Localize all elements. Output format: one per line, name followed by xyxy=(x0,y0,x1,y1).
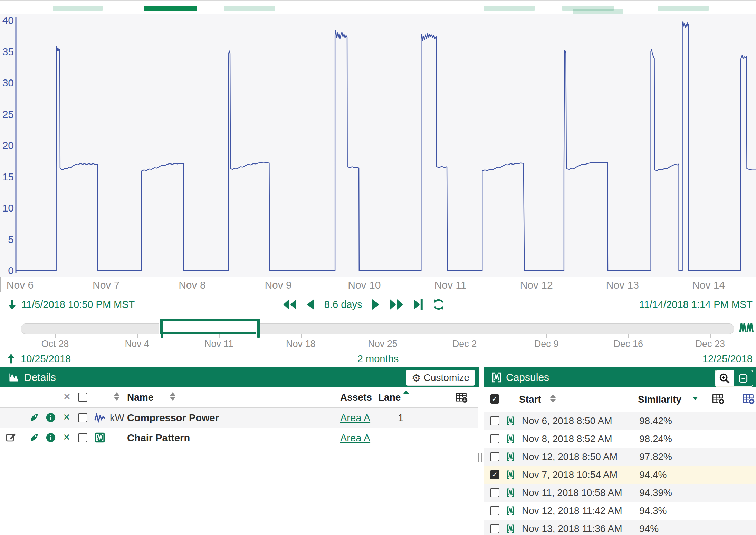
remove-all-icon[interactable]: ✕ xyxy=(63,392,71,402)
capsule-checkbox[interactable] xyxy=(490,416,499,425)
capsule-row[interactable]: Nov 11, 2018 10:58 AM 94.39% xyxy=(484,484,756,502)
sort-icons[interactable] xyxy=(550,394,556,403)
y-axis-label: 10 xyxy=(0,203,14,214)
remove-item-icon[interactable]: ✕ xyxy=(63,432,70,442)
x-axis-label: Nov 13 xyxy=(595,279,650,291)
slider-tick-label: Nov 18 xyxy=(277,339,325,349)
info-icon[interactable]: i xyxy=(46,412,56,423)
trend-chart[interactable]: 4035302520151050 xyxy=(0,14,756,277)
capsule-row[interactable]: Nov 8, 2018 8:52 AM 98.24% xyxy=(484,430,756,448)
capsule-bar[interactable] xyxy=(484,6,535,11)
condition-name[interactable]: Chair Pattern xyxy=(127,428,190,448)
details-header: Details ⚙︎ Customize xyxy=(0,367,479,387)
capsule-bar[interactable] xyxy=(53,6,103,11)
row-checkbox[interactable] xyxy=(78,413,87,422)
select-all-capsules-checkbox[interactable]: ✓ xyxy=(490,394,499,404)
slider-left-handle[interactable] xyxy=(161,319,163,338)
y-axis-label: 0 xyxy=(0,265,14,276)
capsule-start: Nov 6, 2018 8:50 AM xyxy=(522,412,612,430)
panel-splitter[interactable] xyxy=(478,453,484,462)
slider-tick xyxy=(55,334,56,338)
capsule-row[interactable]: Nov 13, 2018 11:36 AM 94% xyxy=(484,520,756,535)
details-row-chair-pattern[interactable]: i ✕ Chair Pattern Area A xyxy=(0,428,478,448)
slider-tick-label: Nov 25 xyxy=(358,339,407,349)
display-range-end[interactable]: 11/14/2018 1:14 PM MST xyxy=(639,292,753,317)
capsule-checkbox[interactable] xyxy=(490,524,499,533)
time-range-toolbar: 11/5/2018 10:50 PM MST 8.6 days xyxy=(0,292,756,317)
remove-item-icon[interactable]: ✕ xyxy=(63,412,70,422)
signal-name[interactable]: Compressor Power xyxy=(127,408,219,428)
customize-button[interactable]: ⚙︎ Customize xyxy=(406,370,475,386)
capsule-time-icon[interactable] xyxy=(739,321,754,335)
y-axis-label: 40 xyxy=(0,15,14,26)
capsule-row[interactable]: Nov 6, 2018 8:50 AM 98.42% xyxy=(484,412,756,430)
signal-unit: kW xyxy=(110,408,124,428)
capsule-checkbox[interactable] xyxy=(490,488,499,497)
svg-text:i: i xyxy=(50,414,52,422)
capsules-header-buttons xyxy=(715,370,753,387)
info-icon[interactable]: i xyxy=(46,432,56,443)
asset-link[interactable]: Area A xyxy=(340,408,370,428)
capsule-bar[interactable] xyxy=(224,6,275,11)
timezone-link-end[interactable]: MST xyxy=(731,299,753,310)
capsule-checkbox[interactable]: ✓ xyxy=(490,470,499,479)
investigate-span[interactable]: 2 months xyxy=(0,353,756,365)
refresh-button[interactable] xyxy=(432,298,445,311)
slider-tick xyxy=(219,334,220,338)
time-slider-track[interactable] xyxy=(21,323,734,334)
add-column-icon[interactable] xyxy=(455,391,468,403)
trend-line-svg xyxy=(0,14,756,276)
slider-selection-window[interactable] xyxy=(160,319,260,334)
display-range-start[interactable]: 11/5/2018 10:50 PM MST xyxy=(21,292,135,317)
column-assets[interactable]: Assets xyxy=(340,392,372,403)
capsules-column-header: ✓ Start Similarity xyxy=(484,387,756,412)
journal-link-icon[interactable] xyxy=(29,412,39,423)
seeq-workbench: 4035302520151050 Nov 6Nov 7Nov 8Nov 9Nov… xyxy=(0,0,756,535)
sort-desc-icon[interactable] xyxy=(692,397,698,400)
duration-value[interactable]: 8.6 days xyxy=(324,292,362,317)
step-forward-full-button[interactable] xyxy=(389,299,404,310)
zoom-to-capsule-button[interactable] xyxy=(715,370,734,386)
asset-link[interactable]: Area A xyxy=(340,428,370,448)
column-name[interactable]: Name xyxy=(127,392,153,403)
lane-number: 1 xyxy=(398,408,403,428)
y-axis-label: 25 xyxy=(0,109,14,120)
column-start[interactable]: Start xyxy=(519,394,541,405)
capsule-bar[interactable] xyxy=(144,6,198,11)
row-checkbox[interactable] xyxy=(78,433,87,442)
edit-icon[interactable] xyxy=(6,432,17,443)
capsule-bar[interactable] xyxy=(658,6,709,11)
step-back-full-button[interactable] xyxy=(283,299,297,310)
y-axis-label: 5 xyxy=(0,234,14,245)
add-stat-column-icon[interactable] xyxy=(742,392,755,405)
timeline-slider-row: Oct 28Nov 4Nov 11Nov 18Nov 25Dec 2Dec 9D… xyxy=(0,317,756,351)
sort-icons[interactable] xyxy=(114,392,119,401)
collapse-panel-button[interactable] xyxy=(734,370,753,386)
step-forward-button[interactable] xyxy=(371,299,380,310)
capsule-row[interactable]: Nov 12, 2018 11:42 AM 94.3% xyxy=(484,502,756,520)
column-similarity[interactable]: Similarity xyxy=(638,394,681,405)
column-lane[interactable]: Lane xyxy=(378,392,401,403)
add-column-icon[interactable] xyxy=(712,392,724,405)
capsule-checkbox[interactable] xyxy=(490,452,499,461)
capsule-row[interactable]: ✓ Nov 7, 2018 10:54 AM 94.4% xyxy=(484,466,756,484)
slider-tick xyxy=(383,334,383,338)
sort-asc-icon[interactable] xyxy=(403,390,409,394)
sort-icons[interactable] xyxy=(170,392,175,401)
details-row-compressor-power[interactable]: i ✕ kW Compressor Power Area A 1 xyxy=(0,408,478,428)
investigate-end-date[interactable]: 12/25/2018 xyxy=(702,353,753,365)
slider-tick xyxy=(137,334,138,338)
capsule-icon xyxy=(505,488,516,498)
select-all-checkbox[interactable] xyxy=(78,393,87,402)
capsule-checkbox[interactable] xyxy=(490,506,499,515)
step-back-button[interactable] xyxy=(306,299,315,310)
x-axis-label: Nov 6 xyxy=(0,279,48,291)
capsule-checkbox[interactable] xyxy=(490,434,499,443)
capsule-start: Nov 12, 2018 8:50 AM xyxy=(522,448,618,466)
slider-right-handle[interactable] xyxy=(257,319,260,338)
capsule-row[interactable]: Nov 12, 2018 8:50 AM 97.82% xyxy=(484,448,756,466)
timezone-link[interactable]: MST xyxy=(114,299,135,310)
step-to-end-button[interactable] xyxy=(413,299,423,310)
magnifier-plus-icon xyxy=(719,373,730,384)
journal-link-icon[interactable] xyxy=(29,432,39,443)
